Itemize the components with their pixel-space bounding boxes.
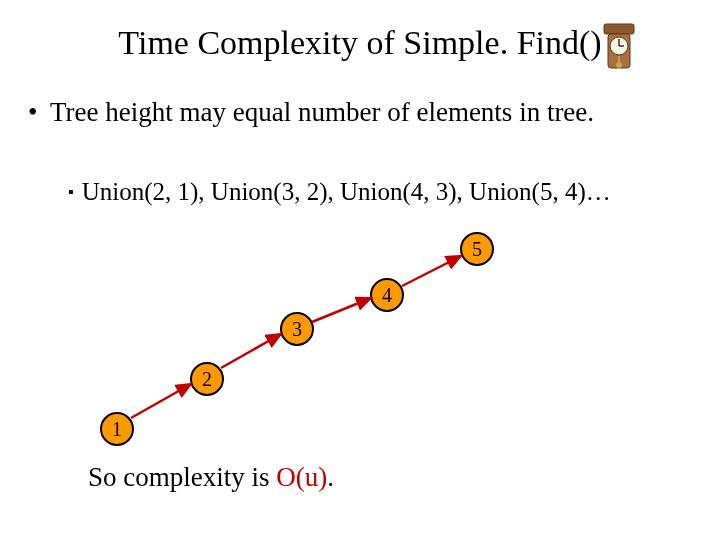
node-3: 3: [280, 312, 314, 346]
node-5: 5: [460, 232, 494, 266]
bullet-main-text: Tree height may equal number of elements…: [50, 97, 594, 127]
conclusion: So complexity is O(u).: [88, 462, 334, 493]
svg-line-7: [131, 384, 191, 418]
tree-diagram: 5 4 3 2 1: [0, 0, 720, 540]
slide: Time Complexity of Simple. Find() •Tree …: [0, 0, 720, 540]
conclusion-prefix: So complexity is: [88, 462, 276, 492]
node-4: 4: [370, 278, 404, 312]
svg-rect-0: [604, 24, 634, 34]
conclusion-suffix: .: [327, 462, 334, 492]
node-1: 1: [100, 412, 134, 446]
bullet-sub-text: Union(2, 1), Union(3, 2), Union(4, 3), U…: [82, 178, 611, 205]
clock-icon: [600, 18, 638, 74]
node-2: 2: [190, 362, 224, 396]
bullet-main: •Tree height may equal number of element…: [28, 96, 688, 130]
svg-line-9: [312, 298, 371, 322]
tree-edges: [0, 0, 720, 540]
svg-point-6: [616, 62, 622, 68]
bullet-sub: ▪Union(2, 1), Union(3, 2), Union(4, 3), …: [68, 178, 688, 206]
bullet-dot-icon: •: [28, 96, 50, 130]
svg-line-8: [221, 334, 281, 368]
conclusion-bigO: O(u): [276, 462, 327, 492]
bullet-square-icon: ▪: [68, 183, 74, 200]
svg-line-10: [402, 256, 461, 286]
